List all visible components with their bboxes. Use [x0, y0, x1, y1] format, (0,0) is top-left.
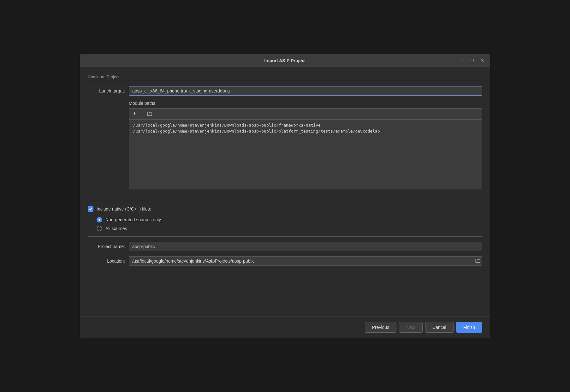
- location-input[interactable]: [129, 256, 482, 266]
- titlebar: Import ASfP Project – □ ✕: [80, 54, 490, 67]
- maximize-button[interactable]: □: [469, 57, 476, 64]
- module-paths-label: Module paths:: [129, 101, 482, 106]
- next-button[interactable]: Next: [399, 322, 423, 333]
- list-item: /usr/local/google/home/stevenjenkins/Dow…: [132, 122, 479, 128]
- dialog-body: Configure Project Lunch target: Module p…: [80, 67, 490, 317]
- remove-path-button[interactable]: −: [139, 110, 145, 117]
- include-native-checkbox[interactable]: [88, 206, 93, 212]
- add-path-button[interactable]: +: [132, 110, 138, 117]
- section-header: Configure Project: [88, 74, 482, 81]
- import-dialog: Import ASfP Project – □ ✕ Configure Proj…: [80, 54, 490, 338]
- list-item: /usr/local/google/home/stevenjenkins/Dow…: [132, 128, 479, 134]
- location-browse-button[interactable]: [475, 258, 480, 264]
- location-input-wrapper: [129, 256, 482, 266]
- radio-all-sources-label: All sources: [105, 226, 127, 231]
- module-paths-section: Module paths: + − /usr/local/google/home…: [88, 101, 482, 189]
- close-button[interactable]: ✕: [478, 57, 486, 64]
- project-name-input[interactable]: [129, 242, 482, 251]
- module-paths-toolbar: + −: [129, 109, 482, 120]
- minimize-button[interactable]: –: [460, 57, 466, 64]
- include-native-label: Include native (C/C++) files:: [97, 206, 151, 211]
- cancel-button[interactable]: Cancel: [425, 322, 454, 333]
- radio-non-generated[interactable]: Non-generated sources only: [97, 217, 482, 223]
- dialog-footer: Previous Next Cancel Finish: [80, 317, 490, 338]
- lunch-target-label: Lunch target:: [88, 88, 129, 93]
- project-name-row: Project name:: [88, 242, 482, 251]
- radio-non-generated-label: Non-generated sources only: [105, 217, 161, 222]
- separator-2: [88, 236, 482, 237]
- location-label: Location:: [88, 258, 129, 264]
- finish-button[interactable]: Finish: [456, 322, 482, 333]
- radio-non-generated-indicator: [97, 217, 102, 223]
- radio-all-sources-indicator: [97, 226, 102, 231]
- include-native-row: Include native (C/C++) files:: [88, 206, 482, 212]
- lunch-target-row: Lunch target:: [88, 86, 482, 96]
- module-paths-container: + − /usr/local/google/home/stevenjenkins…: [129, 108, 482, 189]
- module-paths-list: /usr/local/google/home/stevenjenkins/Dow…: [129, 120, 482, 189]
- source-options-group: Non-generated sources only All sources: [97, 217, 482, 231]
- lunch-target-input[interactable]: [129, 86, 482, 96]
- dialog-title: Import ASfP Project: [264, 58, 306, 63]
- separator-1: [88, 201, 482, 201]
- location-row: Location:: [88, 256, 482, 266]
- radio-all-sources[interactable]: All sources: [97, 226, 482, 231]
- project-name-label: Project name:: [88, 244, 129, 249]
- previous-button[interactable]: Previous: [365, 322, 396, 333]
- browse-path-button[interactable]: [146, 110, 153, 117]
- window-controls: – □ ✕: [460, 57, 486, 64]
